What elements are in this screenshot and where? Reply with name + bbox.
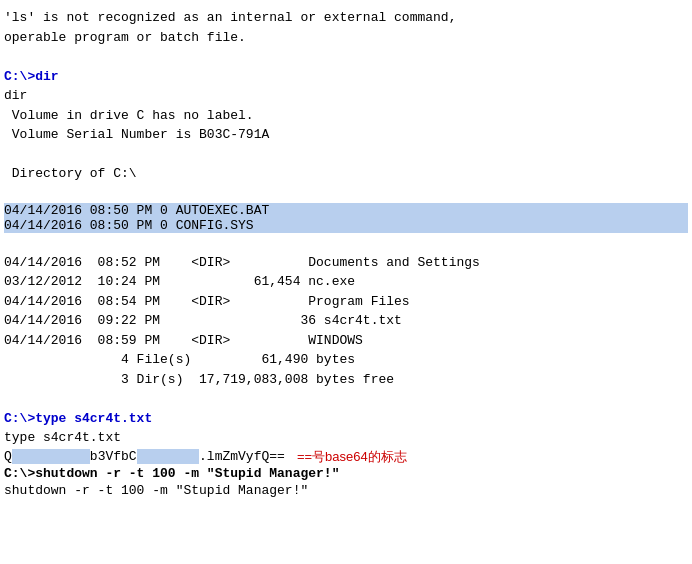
windows-row: 04/14/2016 08:59 PM <DIR> WINDOWS bbox=[4, 331, 688, 351]
cmd-dir: dir bbox=[35, 69, 58, 84]
dir-count: 3 Dir(s) 17,719,083,008 bytes free bbox=[4, 370, 688, 390]
base64-line: Q b3VfbC .lmZmVyfQ== ==号base64的标志 bbox=[4, 448, 688, 466]
terminal-window: 'ls' is not recognized as an internal or… bbox=[4, 8, 688, 500]
type-prompt-text: C:\>type s4cr4t.txt bbox=[4, 411, 152, 426]
dir-echo: dir bbox=[4, 86, 688, 106]
type-echo: type s4cr4t.txt bbox=[4, 428, 688, 448]
blank-1 bbox=[4, 47, 688, 67]
base64-redacted-1 bbox=[12, 449, 90, 464]
shutdown-prompt-line: C:\>shutdown -r -t 100 -m "Stupid Manage… bbox=[4, 466, 688, 481]
docs-row: 04/14/2016 08:52 PM <DIR> Documents and … bbox=[4, 253, 688, 273]
blank-4 bbox=[4, 233, 688, 253]
autoexec-row: 04/14/2016 08:50 PM 0 AUTOEXEC.BAT bbox=[4, 203, 688, 218]
blank-5 bbox=[4, 389, 688, 409]
base64-prefix: Q bbox=[4, 449, 12, 464]
dir-of: Directory of C:\ bbox=[4, 164, 688, 184]
blank-3 bbox=[4, 184, 688, 204]
error-line-1: 'ls' is not recognized as an internal or… bbox=[4, 8, 688, 28]
dir-prompt: C:\>dir bbox=[4, 67, 688, 87]
progfiles-row: 04/14/2016 08:54 PM <DIR> Program Files bbox=[4, 292, 688, 312]
base64-suffix: .lmZmVyfQ== bbox=[199, 449, 285, 464]
s4cr4t-row: 04/14/2016 09:22 PM 36 s4cr4t.txt bbox=[4, 311, 688, 331]
nc-row: 03/12/2012 10:24 PM 61,454 nc.exe bbox=[4, 272, 688, 292]
vol-serial: Volume Serial Number is B03C-791A bbox=[4, 125, 688, 145]
base64-redacted-2 bbox=[137, 449, 199, 464]
base64-annotation: ==号base64的标志 bbox=[297, 448, 407, 466]
file-count: 4 File(s) 61,490 bytes bbox=[4, 350, 688, 370]
shutdown-echo: shutdown -r -t 100 -m "Stupid Manager!" bbox=[4, 481, 688, 501]
blank-2 bbox=[4, 145, 688, 165]
type-prompt: C:\>type s4cr4t.txt bbox=[4, 409, 688, 429]
base64-middle: b3VfbC bbox=[90, 449, 137, 464]
error-line-2: operable program or batch file. bbox=[4, 28, 688, 48]
prompt-text: C:\>dir bbox=[4, 69, 59, 84]
vol-label: Volume in drive C has no label. bbox=[4, 106, 688, 126]
config-row: 04/14/2016 08:50 PM 0 CONFIG.SYS bbox=[4, 218, 688, 233]
shutdown-prompt-text: C:\>shutdown -r -t 100 -m "Stupid Manage… bbox=[4, 466, 339, 481]
